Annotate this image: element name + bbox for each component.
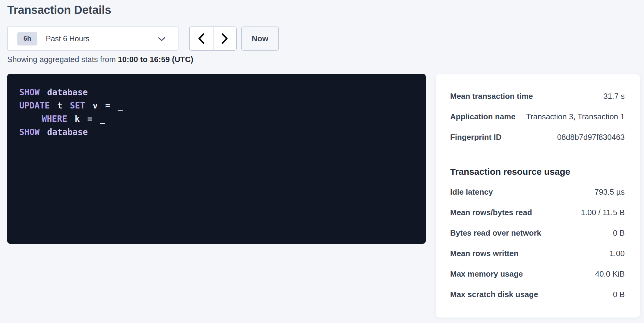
stat-row: Mean rows/bytes read 1.00 / 11.5 B: [450, 208, 625, 217]
stat-value: Transaction 3, Transaction 1: [526, 112, 625, 121]
card-divider: [450, 153, 625, 153]
sql-line: SHOW database: [19, 126, 414, 139]
time-range-label: Past 6 Hours: [46, 34, 158, 43]
next-time-button[interactable]: [213, 27, 236, 50]
aggregated-stats-caption: Showing aggregated stats from 10:00 to 1…: [7, 55, 193, 64]
stat-label: Fingerprint ID: [450, 133, 501, 142]
time-controls: 6h Past 6 Hours Now: [7, 27, 279, 51]
stat-row: Max scratch disk usage 0 B: [450, 290, 625, 299]
stat-value: 08d8b7d97f830463: [557, 133, 625, 142]
stat-label: Max scratch disk usage: [450, 290, 538, 299]
page-title: Transaction Details: [7, 4, 111, 17]
now-button[interactable]: Now: [241, 27, 279, 51]
resource-usage-heading: Transaction resource usage: [450, 166, 625, 177]
stat-value: 31.7 s: [603, 92, 625, 101]
stat-row: Mean transaction time 31.7 s: [450, 91, 625, 101]
stat-value: 0 B: [613, 290, 625, 299]
time-nav-button-group: [189, 27, 237, 51]
resource-usage-rows: Idle latency 793.5 µs Mean rows/bytes re…: [450, 187, 625, 299]
chevron-down-icon: [158, 37, 165, 42]
stat-row: Fingerprint ID 08d8b7d97f830463: [450, 132, 625, 142]
prev-time-button[interactable]: [190, 27, 213, 50]
stat-value: 793.5 µs: [595, 187, 625, 197]
stat-value: 1.00: [609, 249, 625, 258]
chevron-right-icon: [222, 33, 228, 44]
stat-label: Mean rows/bytes read: [450, 208, 532, 217]
sql-line: UPDATE t SET v = _: [19, 99, 414, 112]
sql-line: SHOW database: [19, 86, 414, 99]
time-range-badge: 6h: [17, 32, 37, 45]
time-range-dropdown[interactable]: 6h Past 6 Hours: [7, 27, 178, 51]
stat-row: Max memory usage 40.0 KiB: [450, 269, 625, 279]
stat-value: 1.00 / 11.5 B: [581, 208, 625, 217]
stat-value: 0 B: [613, 228, 625, 238]
stat-row: Mean rows written 1.00: [450, 249, 625, 258]
stat-label: Application name: [450, 112, 516, 121]
sql-statement-text: SHOW databaseUPDATE t SET v = _ WHERE k …: [19, 86, 414, 139]
stat-row: Idle latency 793.5 µs: [450, 187, 625, 197]
stat-row: Bytes read over network 0 B: [450, 228, 625, 238]
stat-value: 40.0 KiB: [595, 269, 625, 279]
stat-label: Mean rows written: [450, 249, 519, 258]
chevron-left-icon: [198, 33, 204, 44]
transaction-summary-card: Mean transaction time 31.7 s Application…: [436, 74, 640, 318]
caption-time-range: 10:00 to 16:59 (UTC): [118, 55, 193, 64]
transaction-details-page: Transaction Details 6h Past 6 Hours Now …: [0, 0, 644, 323]
sql-statement-box: SHOW databaseUPDATE t SET v = _ WHERE k …: [7, 74, 426, 244]
stat-label: Mean transaction time: [450, 92, 533, 101]
stat-label: Max memory usage: [450, 269, 523, 279]
stat-row: Application name Transaction 3, Transact…: [450, 112, 625, 121]
sql-line: WHERE k = _: [19, 112, 414, 126]
summary-rows: Mean transaction time 31.7 s Application…: [450, 91, 625, 142]
caption-prefix: Showing aggregated stats from: [7, 55, 116, 64]
stat-label: Idle latency: [450, 187, 493, 197]
stat-label: Bytes read over network: [450, 228, 541, 238]
